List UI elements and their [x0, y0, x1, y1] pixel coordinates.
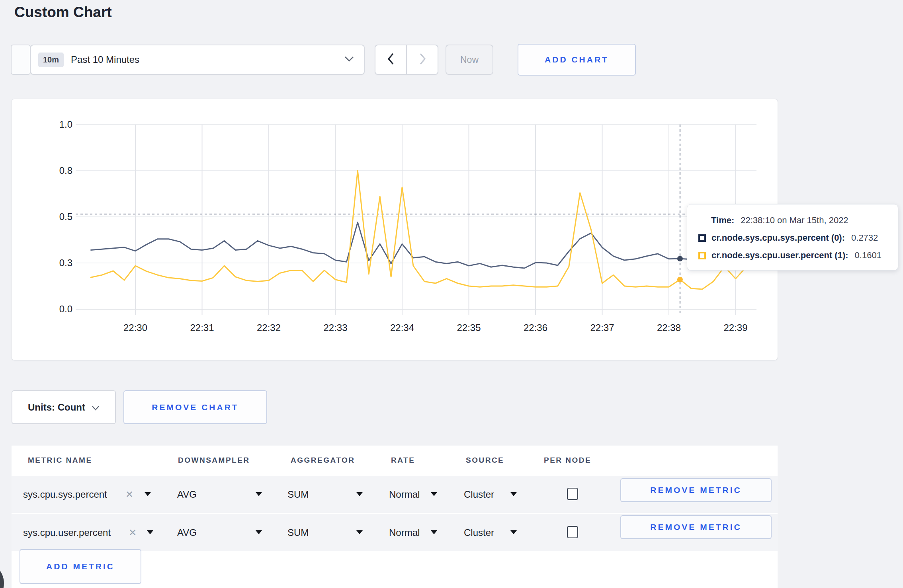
svg-text:22:39: 22:39 [723, 322, 747, 333]
chat-widget-icon[interactable] [0, 561, 4, 588]
clear-metric-icon[interactable]: ✕ [125, 489, 133, 500]
rate-select[interactable]: Normal [389, 489, 420, 500]
chevron-right-icon [418, 52, 427, 67]
time-range-badge: 10m [38, 53, 64, 67]
downsampler-caret-icon[interactable] [256, 492, 262, 496]
series-swatch-sys [698, 234, 706, 242]
metric-caret-icon[interactable] [147, 530, 153, 534]
chart-hover-tooltip: Time: 22:38:10 on Mar 15th, 2022 cr.node… [687, 204, 898, 271]
remove-metric-button[interactable]: REMOVE METRIC [620, 478, 772, 502]
svg-text:22:35: 22:35 [457, 322, 481, 333]
chevron-down-icon [92, 402, 100, 413]
series-swatch-user [698, 252, 706, 259]
units-dropdown[interactable]: Units: Count [12, 390, 116, 424]
aggregator-select[interactable]: SUM [287, 527, 309, 538]
svg-text:22:37: 22:37 [590, 322, 614, 333]
svg-text:22:33: 22:33 [323, 322, 347, 333]
tooltip-metric-name: cr.node.sys.cpu.sys.percent (0): [711, 233, 845, 243]
prev-range-button[interactable] [375, 45, 406, 74]
svg-text:22:36: 22:36 [524, 322, 547, 333]
svg-text:22:34: 22:34 [390, 322, 414, 333]
tooltip-metric-name: cr.node.sys.cpu.user.percent (1): [711, 250, 848, 261]
metric-caret-icon[interactable] [145, 492, 151, 496]
svg-text:0.0: 0.0 [59, 304, 72, 314]
tooltip-metric-value: 0.1601 [855, 250, 882, 261]
downsampler-select[interactable]: AVG [177, 527, 197, 538]
next-range-button[interactable] [406, 45, 438, 74]
tooltip-metric-value: 0.2732 [851, 233, 878, 243]
page-title: Custom Chart [14, 4, 112, 21]
source-select[interactable]: Cluster [464, 527, 494, 538]
timeseries-chart[interactable]: 0.00.30.50.81.022:3022:3122:3222:3322:34… [12, 99, 778, 360]
rate-caret-icon[interactable] [431, 492, 437, 496]
svg-text:0.8: 0.8 [59, 165, 72, 176]
tooltip-time-value: 22:38:10 on Mar 15th, 2022 [741, 215, 848, 226]
remove-chart-button[interactable]: REMOVE CHART [123, 390, 267, 424]
svg-text:22:32: 22:32 [257, 322, 281, 333]
svg-text:22:30: 22:30 [123, 322, 147, 333]
time-range-label: Past 10 Minutes [71, 54, 139, 65]
per-node-checkbox[interactable] [567, 526, 578, 538]
svg-text:22:31: 22:31 [190, 322, 214, 333]
source-caret-icon[interactable] [510, 492, 517, 496]
clear-metric-icon[interactable]: ✕ [129, 527, 137, 538]
downsampler-caret-icon[interactable] [256, 530, 262, 534]
add-metric-button[interactable]: ADD METRIC [20, 549, 141, 584]
aggregator-caret-icon[interactable] [356, 530, 363, 534]
downsampler-select[interactable]: AVG [177, 489, 197, 500]
col-header-per-node: PER NODE [544, 456, 591, 465]
chevron-down-icon [344, 56, 354, 64]
source-caret-icon[interactable] [510, 530, 517, 534]
now-button[interactable]: Now [446, 45, 493, 75]
svg-text:0.3: 0.3 [59, 257, 72, 268]
col-header-downsampler: DOWNSAMPLER [178, 456, 250, 465]
time-step-control [375, 45, 438, 75]
col-header-source: SOURCE [466, 456, 504, 465]
svg-text:22:38: 22:38 [657, 322, 681, 333]
svg-text:0.5: 0.5 [59, 211, 72, 222]
col-header-rate: RATE [391, 456, 415, 465]
metric-name-value[interactable]: sys.cpu.sys.percent [23, 489, 107, 500]
toolbar-left-strip [11, 45, 31, 75]
per-node-checkbox[interactable] [567, 488, 578, 500]
rate-caret-icon[interactable] [431, 530, 437, 534]
col-header-metric-name: METRIC NAME [28, 456, 92, 465]
tooltip-time-label: Time: [711, 215, 734, 226]
units-label: Units: Count [28, 402, 85, 413]
metric-name-value[interactable]: sys.cpu.user.percent [23, 527, 111, 538]
col-header-aggregator: AGGREGATOR [291, 456, 355, 465]
time-range-dropdown[interactable]: 10m Past 10 Minutes [30, 45, 365, 75]
add-chart-button[interactable]: ADD CHART [518, 44, 636, 76]
chevron-left-icon [386, 52, 396, 67]
source-select[interactable]: Cluster [464, 489, 494, 500]
svg-text:1.0: 1.0 [59, 119, 72, 130]
aggregator-select[interactable]: SUM [287, 489, 309, 500]
rate-select[interactable]: Normal [389, 527, 420, 538]
aggregator-caret-icon[interactable] [356, 492, 363, 496]
remove-metric-button[interactable]: REMOVE METRIC [620, 515, 772, 539]
